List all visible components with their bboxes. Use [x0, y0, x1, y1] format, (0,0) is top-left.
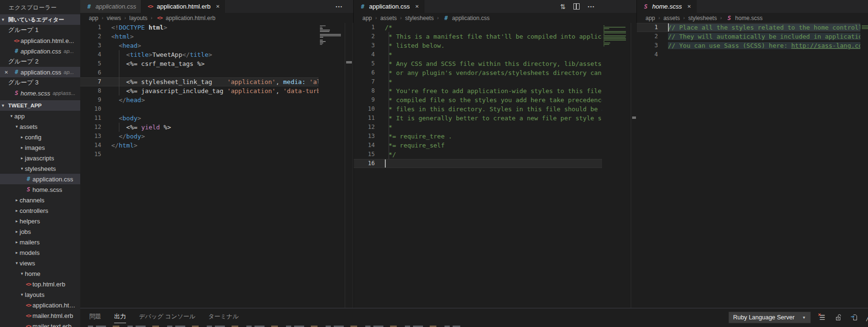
- line-number[interactable]: 9: [354, 95, 375, 105]
- scrollbar-slider[interactable]: [632, 116, 636, 119]
- line-number[interactable]: 7: [80, 77, 101, 86]
- code-line[interactable]: 4 <title>TweetApp</title>: [80, 50, 353, 59]
- code-line[interactable]: 13 </body>: [80, 132, 353, 141]
- scrollbar-slider[interactable]: [346, 61, 352, 63]
- line-number[interactable]: 16: [354, 159, 375, 168]
- code-line[interactable]: 5 <%= csrf_meta_tags %>: [80, 59, 353, 68]
- tree-item[interactable]: ▸models: [0, 247, 80, 258]
- line-number[interactable]: 1: [354, 23, 375, 32]
- code-line[interactable]: 2 * This is a manifest file that'll be c…: [354, 32, 637, 41]
- open-editor-item[interactable]: ✕#application.cssap...: [0, 67, 80, 77]
- line-number[interactable]: 12: [354, 123, 375, 132]
- line-number[interactable]: 14: [354, 141, 375, 150]
- tree-item[interactable]: #application.css: [0, 174, 80, 184]
- line-number[interactable]: 13: [354, 132, 375, 141]
- code-line[interactable]: 2<html>: [80, 32, 353, 41]
- line-number[interactable]: 4: [80, 50, 101, 59]
- code-line[interactable]: 12 *: [354, 123, 637, 132]
- line-number[interactable]: 5: [354, 59, 375, 68]
- open-editor-item[interactable]: #application.cssap...: [0, 46, 80, 56]
- breadcrumb-segment[interactable]: <>application.html.erb: [156, 15, 215, 21]
- code-line[interactable]: 16: [354, 159, 637, 168]
- code-line[interactable]: 11 <body>: [80, 114, 353, 123]
- tree-item[interactable]: <>application.html.e...: [0, 300, 80, 310]
- line-number[interactable]: 3: [354, 41, 375, 50]
- line-number[interactable]: 1: [637, 23, 658, 32]
- tree-item[interactable]: Shome.scss: [0, 184, 80, 195]
- code-line[interactable]: 6 * or any plugin's vendor/assets/styles…: [354, 68, 637, 77]
- open-editor-item[interactable]: Shome.scssapp\ass...: [0, 88, 80, 98]
- code-line[interactable]: 7 <%= stylesheet_link_tag 'application',…: [80, 77, 353, 86]
- code-line[interactable]: 1// Place all the styles related to the …: [637, 23, 868, 32]
- line-number[interactable]: 2: [354, 32, 375, 41]
- code-line[interactable]: 6: [80, 68, 353, 77]
- panel-tab-デバッグ コンソール[interactable]: デバッグ コンソール: [139, 313, 195, 323]
- tree-item[interactable]: <>top.html.erb: [0, 279, 80, 289]
- breadcrumb-segment[interactable]: assets: [663, 15, 680, 21]
- tree-item[interactable]: ▸mailers: [0, 237, 80, 247]
- line-number[interactable]: 4: [354, 50, 375, 59]
- code-line[interactable]: 1<!DOCTYPE html>: [80, 23, 353, 32]
- breadcrumb-segment[interactable]: assets: [380, 15, 397, 21]
- line-number[interactable]: 5: [80, 59, 101, 68]
- unlock-icon[interactable]: [835, 314, 842, 321]
- more-actions-icon[interactable]: ⋯: [335, 2, 343, 11]
- tree-item[interactable]: ▸jobs: [0, 226, 80, 237]
- code-line[interactable]: 4 *: [354, 50, 637, 59]
- clear-output-icon[interactable]: [819, 314, 826, 321]
- line-number[interactable]: 15: [354, 150, 375, 159]
- line-number[interactable]: 3: [80, 41, 101, 50]
- project-section-header[interactable]: ▾ TWEET_APP: [0, 100, 80, 111]
- code-line[interactable]: 10 * files in this directory. Styles in …: [354, 105, 637, 114]
- maximize-panel-icon[interactable]: ╱: [866, 314, 868, 321]
- code-line[interactable]: 1/*: [354, 23, 637, 32]
- close-icon[interactable]: ✕: [687, 4, 691, 9]
- scrollbar[interactable]: [631, 23, 637, 308]
- code-editor[interactable]: 1// Place all the styles related to the …: [637, 23, 868, 308]
- tree-item[interactable]: ▾app: [0, 111, 80, 121]
- split-editor-icon[interactable]: [573, 3, 580, 10]
- tree-item[interactable]: ▸channels: [0, 195, 80, 205]
- line-number[interactable]: 7: [354, 77, 375, 86]
- line-number[interactable]: 3: [637, 41, 658, 50]
- line-number[interactable]: 14: [80, 141, 101, 150]
- line-number[interactable]: 2: [80, 32, 101, 41]
- code-line[interactable]: 11 * It is generally better to create a …: [354, 114, 637, 123]
- breadcrumb-segment[interactable]: views: [106, 15, 121, 21]
- code-line[interactable]: 14 *= require_self: [354, 141, 637, 150]
- tree-item[interactable]: ▸config: [0, 132, 80, 142]
- tree-item[interactable]: ▸images: [0, 142, 80, 153]
- editor-tab[interactable]: #application.css: [80, 0, 141, 13]
- breadcrumb-segment[interactable]: stylesheets: [405, 15, 434, 21]
- panel-tab-問題[interactable]: 問題: [89, 313, 101, 323]
- code-line[interactable]: 15: [80, 150, 353, 159]
- code-line[interactable]: 3 <head>: [80, 41, 353, 50]
- minimap[interactable]: [860, 23, 868, 308]
- tree-item[interactable]: ▾assets: [0, 121, 80, 132]
- code-editor[interactable]: 1/*2 * This is a manifest file that'll b…: [354, 23, 637, 308]
- code-line[interactable]: 8 <%= javascript_include_tag 'applicatio…: [80, 86, 353, 95]
- editor-tab[interactable]: Shome.scss✕: [637, 0, 697, 13]
- line-number[interactable]: 15: [80, 150, 101, 159]
- tree-item[interactable]: ▾views: [0, 258, 80, 268]
- breadcrumb-segment[interactable]: app: [646, 15, 655, 21]
- editor-tab[interactable]: <>application.html.erb✕: [141, 0, 225, 13]
- code-line[interactable]: 4: [637, 50, 868, 59]
- breadcrumb-segment[interactable]: #application.css: [442, 15, 490, 21]
- breadcrumb-segment[interactable]: layouts: [129, 15, 148, 21]
- line-number[interactable]: 8: [80, 86, 101, 95]
- line-number[interactable]: 2: [637, 32, 658, 41]
- editor-tab[interactable]: #application.css✕: [354, 0, 424, 13]
- breadcrumb-segment[interactable]: app: [89, 15, 98, 21]
- line-number[interactable]: 11: [354, 114, 375, 123]
- close-icon[interactable]: ✕: [4, 70, 12, 75]
- tree-item[interactable]: <>mailer.text.erb: [0, 321, 80, 327]
- more-actions-icon[interactable]: ⋯: [587, 2, 595, 11]
- tree-item[interactable]: ▸javascripts: [0, 153, 80, 163]
- line-number[interactable]: 12: [80, 123, 101, 132]
- tree-item[interactable]: ▾stylesheets: [0, 163, 80, 174]
- code-line[interactable]: 15 */: [354, 150, 637, 159]
- code-line[interactable]: 8 * You're free to add application-wide …: [354, 86, 637, 95]
- code-line[interactable]: 14</html>: [80, 141, 353, 150]
- panel-tab-出力[interactable]: 出力: [114, 313, 126, 323]
